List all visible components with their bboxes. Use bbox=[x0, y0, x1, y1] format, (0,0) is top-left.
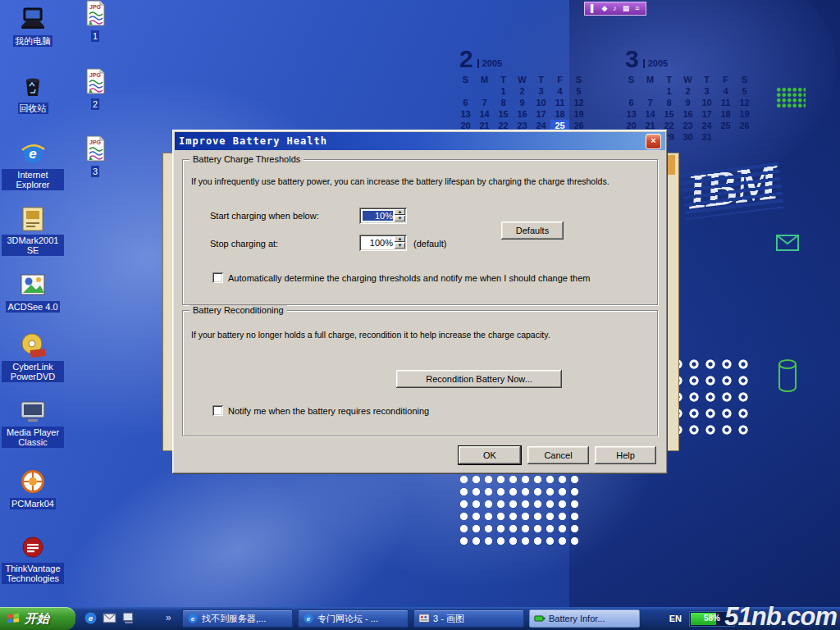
thresholds-description: If you infrequently use battery power, y… bbox=[191, 176, 609, 186]
desktop-icon-label: 2 bbox=[91, 98, 99, 110]
calendar-day: 17 bbox=[532, 108, 550, 120]
acdsee-icon bbox=[19, 271, 47, 299]
floating-toolbar[interactable]: ▌◆♪▦≡ bbox=[584, 2, 646, 16]
desktop-icon-my-computer[interactable]: 我的电脑 bbox=[2, 5, 64, 48]
desktop-icon-media-player-classic[interactable]: Media Player Classic bbox=[2, 397, 64, 449]
ie-icon: e bbox=[187, 613, 199, 624]
calendar-day: 24 bbox=[697, 120, 716, 131]
desktop: IBM 我的电脑回收站eInternet Explorer3DMark2001 … bbox=[0, 0, 840, 630]
desktop-icon-label: 回收站 bbox=[18, 103, 48, 114]
calendar-header: 22005 bbox=[459, 44, 588, 71]
calendar-day: 13 bbox=[622, 108, 641, 120]
task-button[interactable]: Battery Infor... bbox=[529, 609, 640, 628]
desktop-icon-cyberlink-powerdvd[interactable]: CyberLink PowerDVD bbox=[2, 331, 64, 383]
notify-recondition-checkbox[interactable] bbox=[212, 405, 223, 416]
thinkvantage-icon bbox=[19, 533, 47, 561]
spinner-up-icon[interactable]: ▲ bbox=[395, 209, 405, 215]
note-icon[interactable]: ♪ bbox=[613, 3, 617, 14]
calendar-day: 7 bbox=[641, 97, 660, 108]
spinner-down-icon[interactable]: ▼ bbox=[395, 216, 405, 221]
defaults-button[interactable]: Defaults bbox=[501, 221, 564, 240]
language-indicator[interactable]: EN bbox=[669, 614, 682, 623]
desktop-icon-jpg-1[interactable]: JPG1 bbox=[67, 0, 123, 43]
desktop-icon-internet-explorer[interactable]: eInternet Explorer bbox=[2, 139, 64, 191]
calendar-day-header: M bbox=[475, 74, 494, 85]
handle-icon[interactable]: ▌ bbox=[591, 3, 596, 14]
quicklaunch-mail-icon[interactable] bbox=[103, 611, 116, 625]
auto-determine-checkbox[interactable] bbox=[212, 272, 223, 283]
calendar-day: 6 bbox=[622, 97, 641, 108]
quicklaunch-show-desktop-icon[interactable] bbox=[121, 611, 135, 625]
desktop-icon-pcmark04[interactable]: PCMark04 bbox=[2, 468, 64, 510]
calendar-day: 12 bbox=[735, 97, 754, 108]
quick-launch-overflow-icon[interactable]: » bbox=[166, 612, 171, 623]
wallpaper-envelope-icon bbox=[776, 235, 799, 251]
calendar-day: 7 bbox=[475, 97, 494, 108]
calendar-day: 4 bbox=[716, 85, 735, 97]
ok-button[interactable]: OK bbox=[459, 446, 521, 464]
menu-icon[interactable]: ≡ bbox=[635, 3, 639, 14]
calendar-day: 2 bbox=[678, 85, 697, 97]
stop-charging-input[interactable]: 100% ▲ ▼ bbox=[359, 235, 407, 251]
3dmark-icon bbox=[19, 205, 47, 233]
calendar-day-header: S bbox=[622, 74, 641, 85]
start-charging-input[interactable]: 10% ▲ ▼ bbox=[359, 208, 407, 224]
calendar-day: 5 bbox=[569, 85, 588, 97]
desktop-icon-label: 1 bbox=[91, 30, 99, 42]
battery-icon bbox=[534, 613, 546, 624]
svg-text:e: e bbox=[191, 615, 195, 623]
desktop-icon-jpg-2[interactable]: JPG2 bbox=[67, 68, 123, 111]
ibm-logo-stripes bbox=[680, 158, 783, 220]
close-icon[interactable]: × bbox=[646, 134, 661, 149]
wallpaper-cylinder-icon bbox=[778, 359, 797, 392]
task-button[interactable]: 3 - 画图 bbox=[413, 609, 524, 628]
dialog-titlebar[interactable]: Improve Battery Health × bbox=[175, 132, 665, 150]
svg-text:e: e bbox=[307, 615, 311, 623]
group-title: Battery Charge Thresholds bbox=[189, 154, 304, 164]
grid-icon[interactable]: ▦ bbox=[623, 3, 630, 14]
quicklaunch-internet-explorer-icon[interactable]: e bbox=[84, 611, 98, 625]
desktop-icon-label: 我的电脑 bbox=[13, 35, 52, 47]
calendar-day: 12 bbox=[569, 97, 588, 108]
calendar-day: 3 bbox=[532, 85, 550, 97]
svg-text:e: e bbox=[89, 614, 94, 623]
cancel-button[interactable]: Cancel bbox=[527, 446, 589, 464]
ie-icon: e bbox=[303, 613, 314, 624]
recondition-battery-button[interactable]: Recondition Battery Now... bbox=[396, 370, 562, 388]
desktop-icon-jpg-3[interactable]: JPG3 bbox=[67, 135, 123, 178]
wallpaper-ring-grid bbox=[669, 356, 753, 438]
auto-determine-checkbox-label: Automatically determine the charging thr… bbox=[228, 273, 590, 283]
stop-charging-label: Stop charging at: bbox=[210, 239, 278, 249]
desktop-icon-3dmark2001-se[interactable]: 3DMark2001 SE bbox=[2, 205, 64, 257]
desktop-icon-acdsee[interactable]: ACDSee 4.0 bbox=[2, 271, 64, 313]
desktop-icon-recycle-bin[interactable]: 回收站 bbox=[2, 72, 64, 115]
calendar-day: 18 bbox=[550, 108, 569, 120]
calendar-day-header: S bbox=[569, 74, 588, 85]
recycle-icon bbox=[19, 72, 47, 100]
calendar-day: 17 bbox=[697, 108, 716, 120]
start-charging-value: 10% bbox=[363, 211, 393, 221]
task-button[interactable]: e找不到服务器,... bbox=[182, 609, 293, 628]
pen-icon[interactable]: ◆ bbox=[601, 3, 607, 14]
calendar-day: 14 bbox=[641, 108, 660, 120]
calendar-day-header: W bbox=[678, 74, 697, 85]
calendar-day bbox=[641, 85, 660, 97]
dialog-title: Improve Battery Health bbox=[179, 135, 646, 147]
calendar-day: 10 bbox=[697, 97, 716, 108]
task-button[interactable]: e专门网论坛 - ... bbox=[298, 609, 409, 628]
desktop-icon-label: ThinkVantage Technologies bbox=[2, 563, 64, 584]
help-button[interactable]: Help bbox=[595, 446, 656, 464]
desktop-icon-label: 3DMark2001 SE bbox=[2, 235, 64, 256]
spinner-down-icon[interactable]: ▼ bbox=[395, 243, 405, 249]
start-button[interactable]: 开始 bbox=[0, 607, 75, 630]
calendar-day: 10 bbox=[532, 97, 550, 108]
desktop-icon-label: PCMark04 bbox=[10, 498, 56, 509]
calendar-year: 2005 bbox=[643, 59, 668, 68]
jpg-file-icon: JPG bbox=[81, 135, 109, 163]
spinner-up-icon[interactable]: ▲ bbox=[395, 236, 405, 242]
calendar-day: 16 bbox=[678, 108, 697, 120]
calendar-header: 32005 bbox=[625, 44, 754, 71]
calendar-day: 19 bbox=[569, 108, 588, 120]
desktop-icon-thinkvantage-technologies[interactable]: ThinkVantage Technologies bbox=[2, 533, 64, 585]
calendar-day: 8 bbox=[494, 97, 513, 108]
